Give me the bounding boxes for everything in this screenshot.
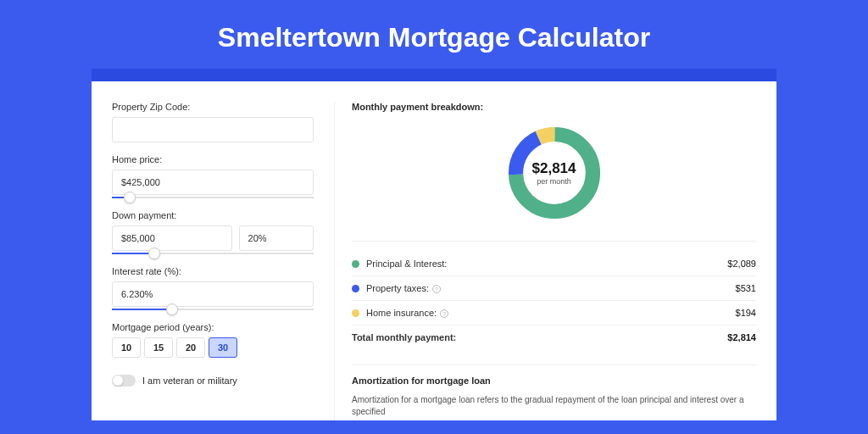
breakdown-row: Principal & Interest:$2,089 bbox=[352, 252, 756, 276]
info-icon[interactable]: ? bbox=[440, 309, 448, 318]
breakdown-list: Principal & Interest:$2,089Property taxe… bbox=[352, 252, 756, 349]
down-payment-slider[interactable] bbox=[112, 253, 314, 254]
breakdown-label: Property taxes:? bbox=[366, 283, 736, 293]
zip-input[interactable] bbox=[112, 117, 314, 142]
home-price-field: Home price: bbox=[112, 154, 314, 198]
down-payment-input[interactable] bbox=[112, 225, 232, 251]
donut-sub: per month bbox=[532, 177, 576, 186]
donut-center: $2,814 per month bbox=[532, 160, 576, 186]
donut-chart: $2,814 per month bbox=[352, 122, 756, 224]
zip-label: Property Zip Code: bbox=[112, 102, 314, 112]
slider-thumb[interactable] bbox=[166, 303, 178, 315]
breakdown-amount: $194 bbox=[736, 308, 756, 318]
period-option-15[interactable]: 15 bbox=[144, 337, 173, 358]
period-options: 10152030 bbox=[112, 337, 314, 358]
calculator-frame: Property Zip Code: Home price: Down paym… bbox=[92, 69, 776, 420]
interest-label: Interest rate (%): bbox=[112, 266, 314, 276]
zip-field: Property Zip Code: bbox=[112, 102, 314, 142]
breakdown-row: Property taxes:?$531 bbox=[352, 276, 756, 301]
interest-slider[interactable] bbox=[112, 309, 314, 310]
breakdown-title: Monthly payment breakdown: bbox=[352, 102, 756, 112]
interest-input[interactable] bbox=[112, 281, 314, 307]
breakdown-label: Home insurance:? bbox=[366, 308, 736, 318]
breakdown-row: Home insurance:?$194 bbox=[352, 301, 756, 326]
slider-thumb[interactable] bbox=[148, 248, 160, 259]
calculator-panel: Property Zip Code: Home price: Down paym… bbox=[92, 81, 776, 420]
info-icon[interactable]: ? bbox=[432, 285, 441, 293]
slider-thumb[interactable] bbox=[124, 192, 136, 203]
veteran-row: I am veteran or military bbox=[112, 375, 314, 387]
period-label: Mortgage period (years): bbox=[112, 322, 314, 332]
down-payment-field: Down payment: bbox=[112, 210, 314, 254]
legend-dot bbox=[352, 285, 359, 292]
breakdown-amount: $531 bbox=[736, 283, 756, 293]
veteran-label: I am veteran or military bbox=[142, 376, 237, 386]
home-price-label: Home price: bbox=[112, 154, 314, 164]
period-option-20[interactable]: 20 bbox=[176, 337, 205, 358]
amortization-text: Amortization for a mortgage loan refers … bbox=[352, 394, 756, 418]
amortization-title: Amortization for mortgage loan bbox=[352, 364, 756, 386]
breakdown-column: Monthly payment breakdown: $2,814 per mo… bbox=[334, 102, 756, 420]
divider bbox=[352, 241, 756, 242]
slider-fill bbox=[112, 309, 172, 310]
legend-dot bbox=[352, 260, 359, 268]
total-amount: $2,814 bbox=[727, 332, 756, 342]
breakdown-label: Principal & Interest: bbox=[366, 259, 727, 269]
breakdown-amount: $2,089 bbox=[727, 259, 756, 269]
breakdown-total-row: Total monthly payment:$2,814 bbox=[352, 326, 756, 349]
down-payment-pct-input[interactable] bbox=[239, 225, 314, 251]
legend-dot bbox=[352, 309, 359, 317]
page-title: Smeltertown Mortgage Calculator bbox=[0, 0, 868, 69]
down-payment-label: Down payment: bbox=[112, 210, 314, 220]
home-price-input[interactable] bbox=[112, 170, 314, 195]
period-option-10[interactable]: 10 bbox=[112, 337, 141, 358]
inputs-column: Property Zip Code: Home price: Down paym… bbox=[112, 102, 314, 420]
total-label: Total monthly payment: bbox=[352, 332, 727, 342]
page-root: Smeltertown Mortgage Calculator Property… bbox=[0, 0, 868, 434]
down-payment-row bbox=[112, 225, 314, 251]
period-field: Mortgage period (years): 10152030 bbox=[112, 322, 314, 358]
toggle-knob bbox=[113, 376, 123, 386]
interest-field: Interest rate (%): bbox=[112, 266, 314, 310]
period-option-30[interactable]: 30 bbox=[209, 337, 237, 358]
donut-value: $2,814 bbox=[532, 160, 576, 177]
home-price-slider[interactable] bbox=[112, 197, 314, 198]
veteran-toggle[interactable] bbox=[112, 375, 136, 387]
